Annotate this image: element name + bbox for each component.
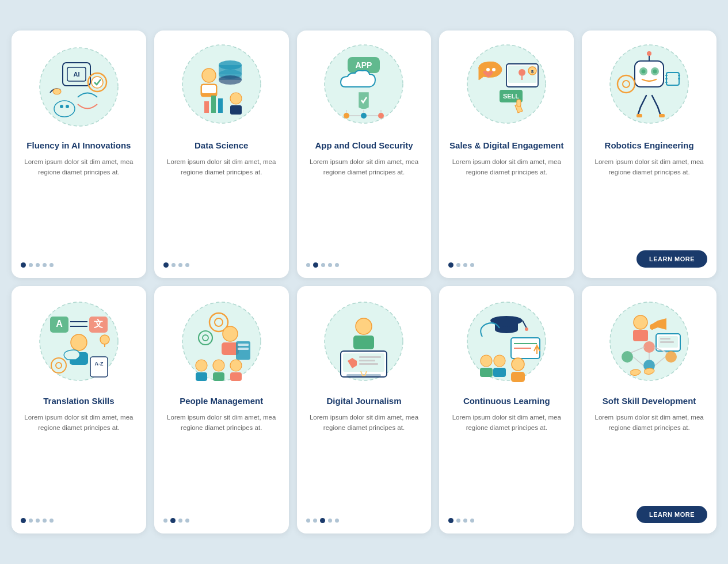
- svg-point-59: [647, 51, 651, 56]
- dot: [36, 263, 40, 267]
- svg-rect-22: [204, 101, 209, 113]
- svg-rect-50: [517, 100, 521, 106]
- svg-text:A-Z: A-Z: [94, 361, 103, 367]
- svg-rect-110: [359, 363, 378, 365]
- card-title: Robotics Engineering: [605, 140, 694, 151]
- card-desc: Lorem ipsum dolor sit dim amet, mea regi…: [306, 413, 422, 510]
- card-ai-innovations: AI Fluency in AI Innovations Lorem i: [12, 31, 146, 278]
- svg-rect-104: [353, 336, 374, 349]
- card-title: App and Cloud Security: [315, 140, 413, 151]
- dot: [321, 263, 325, 267]
- card-soft-skill: Soft Skill Development Lorem ipsum dolor…: [582, 286, 716, 533]
- illustration-people: [176, 296, 268, 388]
- illustration-learning: [460, 296, 552, 388]
- svg-text:A: A: [56, 319, 63, 329]
- card-desc: Lorem ipsum dolor sit dim amet, mea regi…: [448, 413, 565, 510]
- svg-point-25: [230, 93, 242, 104]
- card-title: Continuous Learning: [463, 395, 550, 407]
- card-desc: Lorem ipsum dolor sit dim amet, mea regi…: [21, 157, 137, 254]
- card-desc: Lorem ipsum dolor sit dim amet, mea regi…: [163, 413, 280, 510]
- svg-point-97: [213, 360, 224, 371]
- card-title: People Management: [180, 395, 263, 407]
- svg-text:SELL: SELL: [503, 93, 519, 100]
- illustration-translation: A 文 A-Z: [33, 296, 125, 388]
- svg-rect-23: [211, 96, 216, 113]
- svg-point-132: [650, 324, 654, 330]
- svg-point-31: [344, 113, 349, 119]
- dot: [306, 519, 310, 523]
- svg-point-33: [378, 113, 384, 119]
- illustration-app-cloud: APP: [318, 41, 410, 133]
- svg-rect-108: [359, 356, 381, 358]
- card-app-cloud: APP App and Cloud Security Lorem ipsum d…: [297, 31, 432, 278]
- svg-point-32: [361, 113, 367, 119]
- svg-text:$: $: [531, 69, 534, 74]
- dot: [171, 263, 176, 267]
- svg-text:AI: AI: [73, 71, 79, 78]
- dot: [470, 263, 474, 267]
- dot: [456, 519, 460, 523]
- dot-active: [170, 518, 176, 523]
- dot-active: [320, 518, 325, 523]
- svg-point-18: [219, 75, 242, 85]
- svg-rect-98: [213, 372, 224, 381]
- svg-point-140: [643, 341, 655, 353]
- card-footer: [448, 262, 565, 268]
- svg-point-8: [54, 101, 75, 117]
- card-desc: Lorem ipsum dolor sit dim amet, mea regi…: [306, 157, 422, 254]
- dots: [163, 518, 189, 523]
- svg-rect-24: [218, 98, 223, 113]
- svg-point-11: [53, 89, 61, 94]
- svg-point-9: [60, 105, 63, 108]
- dot: [306, 263, 310, 267]
- dot: [29, 263, 33, 267]
- card-footer: [306, 518, 422, 523]
- svg-point-124: [481, 355, 492, 367]
- svg-rect-135: [660, 338, 670, 340]
- dot: [335, 263, 339, 267]
- svg-point-99: [230, 360, 242, 371]
- svg-rect-26: [230, 105, 242, 115]
- svg-point-103: [356, 318, 372, 334]
- dot: [29, 519, 33, 523]
- svg-rect-109: [359, 360, 375, 361]
- learn-more-button-soft-skill[interactable]: LEARN MORE: [636, 506, 707, 523]
- card-sales-digital: $ SELL Sales & Digital Engagement Lorem …: [439, 31, 574, 278]
- illustration-data-science: [176, 41, 268, 133]
- svg-point-82: [100, 335, 109, 344]
- svg-point-7: [92, 77, 103, 88]
- card-footer: [163, 518, 280, 523]
- svg-rect-93: [238, 344, 249, 346]
- svg-point-55: [642, 70, 646, 74]
- svg-point-90: [223, 326, 238, 341]
- card-footer: LEARN MORE: [591, 250, 707, 268]
- dot: [328, 263, 332, 267]
- dots: [448, 518, 474, 523]
- svg-rect-127: [493, 368, 506, 377]
- dot: [470, 519, 474, 523]
- svg-point-19: [202, 68, 216, 82]
- card-data-science: Data Science Lorem ipsum dolor sit dim a…: [154, 31, 289, 278]
- svg-rect-21: [202, 85, 216, 93]
- svg-rect-94: [238, 348, 249, 350]
- dot: [335, 519, 339, 523]
- card-continuous-learning: Continuous Learning Lorem ipsum dolor si…: [439, 286, 574, 533]
- dot: [185, 263, 189, 267]
- svg-rect-125: [480, 368, 493, 377]
- svg-point-126: [494, 355, 505, 367]
- dot-active: [313, 262, 318, 268]
- card-title: Sales & Digital Engagement: [449, 140, 563, 151]
- svg-point-46: [486, 68, 490, 71]
- svg-rect-96: [196, 372, 207, 381]
- card-footer: [163, 262, 280, 268]
- svg-rect-136: [660, 341, 674, 343]
- learn-more-button-robotics[interactable]: LEARN MORE: [636, 250, 707, 268]
- svg-rect-68: [636, 114, 642, 117]
- card-title: Soft Skill Development: [603, 395, 696, 407]
- svg-point-43: [519, 69, 525, 76]
- svg-rect-53: [635, 61, 664, 87]
- dot-active: [21, 262, 26, 268]
- card-desc: Lorem ipsum dolor sit dim amet, mea regi…: [591, 413, 707, 498]
- dot: [463, 263, 467, 267]
- dot: [163, 519, 167, 523]
